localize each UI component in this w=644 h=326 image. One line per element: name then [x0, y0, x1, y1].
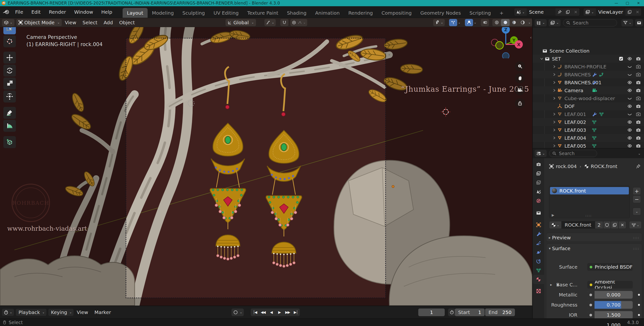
- surface-panel[interactable]: ▾Surface:::: Surface Principled BSDF ▸ B…: [546, 244, 642, 326]
- hide-eye-toggle[interactable]: [626, 135, 633, 141]
- timeline-menu-view[interactable]: View: [74, 310, 91, 315]
- hide-eye-toggle[interactable]: [626, 64, 633, 69]
- tab-particles[interactable]: [533, 238, 544, 248]
- tab-compositing[interactable]: Compositing: [377, 8, 416, 18]
- minimize-button[interactable]: —: [611, 0, 622, 6]
- hide-eye-toggle[interactable]: [626, 120, 633, 125]
- tab-constraints[interactable]: [533, 257, 544, 266]
- tool-scale[interactable]: [3, 78, 16, 90]
- render-toggle[interactable]: [634, 72, 642, 77]
- overlays-dropdown[interactable]: ⌄: [474, 21, 476, 24]
- prev-keyframe-button[interactable]: ◀◀: [259, 309, 267, 316]
- viewlayer-name[interactable]: ViewLayer: [596, 8, 626, 16]
- material-slot-selected[interactable]: ROCK.front: [550, 187, 629, 194]
- chevron-right-icon[interactable]: [552, 120, 556, 124]
- close-button[interactable]: ✕: [633, 0, 644, 6]
- timeline-menu-marker[interactable]: Marker: [91, 310, 114, 315]
- render-toggle[interactable]: [634, 96, 642, 101]
- outliner-row-leaf-001[interactable]: LEAF.001: [533, 110, 644, 118]
- expand-arrow[interactable]: ▸: [550, 283, 552, 287]
- hide-eye-toggle[interactable]: [626, 128, 633, 133]
- xray-toggle[interactable]: [481, 19, 489, 26]
- render-toggle[interactable]: [634, 120, 642, 125]
- visibility-dropdown[interactable]: ⌄: [433, 19, 445, 26]
- exclude-checkbox[interactable]: [617, 56, 624, 61]
- outliner-row-scene-collection[interactable]: Scene Collection: [533, 47, 644, 55]
- material-name-field[interactable]: ROCK.front: [562, 221, 595, 229]
- play-reverse-button[interactable]: ◀: [267, 309, 275, 316]
- properties-options-dropdown[interactable]: ⌄: [638, 152, 641, 155]
- outliner-row-dof[interactable]: DOF: [533, 102, 644, 110]
- slot-specials-arrow[interactable]: ▶: [552, 213, 554, 217]
- mode-dropdown[interactable]: Object Mode⌄: [16, 19, 62, 26]
- base-color-input-button[interactable]: Ambient Occlusi...: [587, 281, 633, 289]
- menu-render[interactable]: Render: [45, 9, 70, 15]
- metallic-slider[interactable]: 0.000: [587, 291, 633, 299]
- chevron-right-icon[interactable]: [552, 96, 556, 100]
- playback-menu[interactable]: Playback⌄: [16, 309, 46, 316]
- properties-editor-type-button[interactable]: ⌄: [534, 150, 547, 157]
- outliner-row-leaf-004[interactable]: LEAF.004: [533, 134, 644, 142]
- jump-to-end-button[interactable]: ▶⏐: [292, 309, 300, 316]
- outliner-search-input[interactable]: Search: [563, 19, 617, 26]
- chevron-right-icon[interactable]: [552, 80, 556, 85]
- add-slot-button[interactable]: +: [633, 187, 641, 195]
- chevron-right-icon[interactable]: [552, 88, 556, 92]
- animate-dot[interactable]: [638, 314, 640, 316]
- users-count-button[interactable]: 2: [595, 221, 603, 229]
- shading-wireframe-button[interactable]: [492, 19, 501, 26]
- chevron-down-icon[interactable]: [540, 57, 544, 61]
- outliner-display-mode-button[interactable]: ⌄: [548, 19, 560, 26]
- outliner-row-camera[interactable]: Camera: [533, 86, 644, 94]
- breadcrumb-material[interactable]: ROCK.front: [591, 163, 618, 169]
- menu-window[interactable]: Window: [70, 9, 97, 15]
- pan-button[interactable]: [515, 73, 525, 83]
- tab-texture-paint[interactable]: Texture Paint: [243, 8, 283, 18]
- render-toggle[interactable]: [634, 88, 642, 93]
- outliner-row-leaf-003[interactable]: LEAF.003: [533, 126, 644, 134]
- slot-filter-dropdown[interactable]: ⌄: [629, 221, 642, 229]
- viewport-menu-add[interactable]: Add: [100, 20, 116, 25]
- viewport-menu-view[interactable]: View: [62, 20, 79, 25]
- outliner-row-cube-wood-displacer[interactable]: Cube-wood-displacer: [533, 94, 644, 102]
- tool-cursor[interactable]: [3, 35, 16, 47]
- new-collection-button[interactable]: [635, 19, 643, 26]
- hide-eye-toggle[interactable]: [626, 56, 633, 61]
- menu-file[interactable]: File: [11, 9, 27, 15]
- pin-icon[interactable]: [636, 164, 641, 169]
- tool-add-cube[interactable]: [3, 136, 16, 148]
- camera-view-button[interactable]: [515, 85, 525, 95]
- surface-shader-button[interactable]: Principled BSDF: [587, 263, 633, 271]
- ior-slider[interactable]: 1.500: [587, 311, 633, 319]
- lock-view-button[interactable]: [515, 98, 525, 108]
- frame-start-field[interactable]: Start1: [455, 309, 484, 316]
- tab-uv-editing[interactable]: UV Editing: [209, 8, 243, 18]
- play-button[interactable]: ▶: [275, 309, 284, 316]
- tool-annotate[interactable]: [3, 107, 16, 119]
- viewport-3d[interactable]: ⌄ Object Mode⌄ View Select Add Object Gl…: [0, 18, 532, 306]
- tool-move[interactable]: [3, 52, 16, 64]
- tab-animation[interactable]: Animation: [311, 8, 344, 18]
- roughness-slider[interactable]: 0.700: [587, 301, 633, 309]
- scene-browse-button[interactable]: ⌄: [514, 8, 527, 16]
- add-workspace-button[interactable]: +: [495, 8, 508, 18]
- tab-physics[interactable]: [533, 248, 544, 257]
- jump-to-start-button[interactable]: ⏐◀: [251, 309, 259, 316]
- new-material-button[interactable]: [611, 221, 618, 229]
- viewport-menu-select[interactable]: Select: [79, 20, 100, 25]
- tab-texture[interactable]: [533, 286, 544, 296]
- outliner-row-set[interactable]: SET: [533, 55, 644, 63]
- animate-dot[interactable]: [638, 294, 640, 296]
- scene-unlink-button[interactable]: [572, 8, 580, 16]
- render-toggle[interactable]: [634, 135, 642, 141]
- render-toggle[interactable]: [634, 112, 642, 117]
- keying-menu[interactable]: Keying⌄: [48, 309, 74, 316]
- material-slot-list[interactable]: ROCK.front ▶ ::::: [549, 186, 630, 218]
- render-toggle[interactable]: [634, 80, 642, 85]
- tab-modifiers[interactable]: [533, 229, 544, 238]
- viewlayer-browse-button[interactable]: ⌄: [584, 8, 596, 16]
- gizmos-toggle[interactable]: [449, 19, 457, 26]
- chevron-right-icon[interactable]: [552, 65, 556, 69]
- transform-orientation-dropdown[interactable]: Global⌄: [226, 19, 256, 26]
- slot-menu-button[interactable]: ⌄: [633, 208, 641, 215]
